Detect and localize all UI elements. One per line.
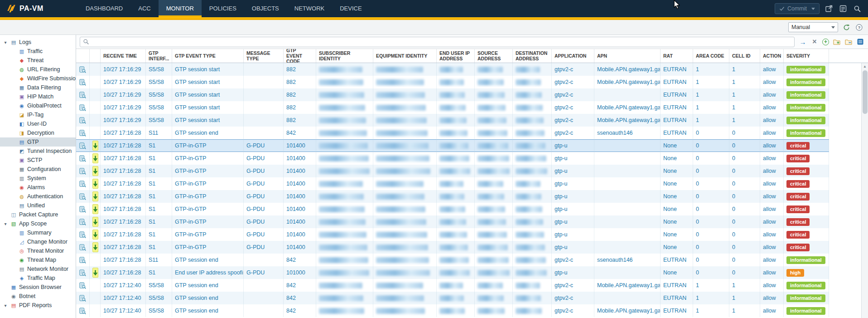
message_type-cell[interactable]: G-PDU [244,266,284,279]
nav-item-dashboard[interactable]: DASHBOARD [78,0,130,17]
sidebar-item-threat[interactable]: ◆Threat [0,56,76,65]
detail-cell[interactable] [76,76,90,88]
receive_time-cell[interactable]: 10/27 17:12:40 [101,304,146,317]
filter-input[interactable] [92,39,791,45]
pcap-cell[interactable] [90,139,101,152]
cell_id-cell[interactable]: 0 [729,190,760,203]
event_type-cell[interactable]: GTP-in-GTP [172,215,244,228]
log-detail-button[interactable] [79,139,87,152]
severity-cell[interactable]: informational [784,63,829,76]
area_code-cell[interactable]: 0 [693,152,729,165]
receive_time-cell[interactable]: 10/27 17:16:29 [101,101,146,114]
pcap-cell[interactable] [90,165,101,177]
column-header-end-user-ip-address[interactable]: END USER IP ADDRESS [437,49,475,63]
equipment_identity-cell[interactable] [373,228,437,241]
sidebar-item-globalprotect[interactable]: ◉GlobalProtect [0,101,76,110]
packet-capture-download-button[interactable] [92,230,98,240]
table-row[interactable]: 10/27 17:16:28S1GTP-in-GTPG-PDU101400gtp… [76,215,829,228]
table-row[interactable]: 10/27 17:16:28S1GTP-in-GTPG-PDU101400gtp… [76,165,829,177]
destination_address-cell[interactable] [513,203,552,215]
rat-cell[interactable]: None [661,177,693,190]
packet-capture-download-button[interactable] [92,141,98,151]
application-cell[interactable]: gtp-u [552,215,594,228]
detail-cell[interactable] [76,190,90,203]
source_address-cell[interactable] [475,152,513,165]
event_type-cell[interactable]: GTP session end [172,279,244,292]
application-cell[interactable]: gtpv2-c [552,304,594,317]
area_code-cell[interactable]: 0 [693,203,729,215]
application-cell[interactable]: gtp-u [552,165,594,177]
application-cell[interactable]: gtpv2-c [552,76,594,88]
table-row[interactable]: 10/27 17:16:28S1GTP-in-GTPG-PDU101400gtp… [76,241,829,254]
event_code-cell[interactable]: 842 [284,279,316,292]
severity-cell[interactable]: critical [784,215,829,228]
receive_time-cell[interactable]: 10/27 17:16:28 [101,266,146,279]
application-cell[interactable]: gtp-u [552,139,594,152]
equipment_identity-cell[interactable] [373,241,437,254]
source_address-cell[interactable] [475,190,513,203]
detail-cell[interactable] [76,88,90,101]
destination_address-cell[interactable] [513,139,552,152]
expand-arrow-icon[interactable]: ▾ [3,221,8,226]
cell_id-cell[interactable]: 1 [729,101,760,114]
equipment_identity-cell[interactable] [373,76,437,88]
message_type-cell[interactable] [244,88,284,101]
apn-cell[interactable]: ssenoauth146 [594,254,661,266]
search-icon[interactable] [853,4,862,13]
rat-cell[interactable]: None [661,190,693,203]
cell_id-cell[interactable]: 1 [729,88,760,101]
area_code-cell[interactable]: 1 [693,304,729,317]
sidebar-item-threat-map[interactable]: ◉Threat Map [0,255,76,264]
interface-cell[interactable]: S11 [146,127,172,139]
area_code-cell[interactable]: 1 [693,101,729,114]
load-filter-icon[interactable] [844,38,853,46]
detail-cell[interactable] [76,101,90,114]
event_type-cell[interactable]: GTP-in-GTP [172,139,244,152]
packet-capture-download-button[interactable] [92,166,98,176]
event_code-cell[interactable]: 882 [284,88,316,101]
pcap-cell[interactable] [90,292,101,304]
clear-filter-x-icon[interactable]: × [810,38,819,46]
packet-capture-download-button[interactable] [92,268,98,278]
add-filter-plus-icon[interactable]: + [822,39,829,45]
column-header-source-address[interactable]: SOURCE ADDRESS [475,49,513,63]
event_type-cell[interactable]: GTP-in-GTP [172,241,244,254]
sidebar-item-wildfire-submissions[interactable]: ◆WildFire Submissions [0,74,76,83]
pcap-cell[interactable] [90,254,101,266]
area_code-cell[interactable]: 0 [693,241,729,254]
end_user_ip_address-cell[interactable] [437,114,475,127]
message_type-cell[interactable]: G-PDU [244,241,284,254]
severity-cell[interactable]: critical [784,190,829,203]
event_code-cell[interactable]: 842 [284,127,316,139]
application-cell[interactable]: gtpv2-c [552,292,594,304]
table-row[interactable]: 10/27 17:16:28S1GTP-in-GTPG-PDU101400gtp… [76,139,829,152]
message_type-cell[interactable]: G-PDU [244,203,284,215]
application-cell[interactable]: gtp-u [552,241,594,254]
sidebar-item-tunnel-inspection[interactable]: ◩Tunnel Inspection [0,147,76,156]
apn-cell[interactable]: Mobile.APN.gateway1.gate... [594,63,661,76]
event_code-cell[interactable]: 101400 [284,228,316,241]
subscriber_identity-cell[interactable] [316,177,373,190]
expand-arrow-icon[interactable]: ▾ [3,40,8,45]
packet-capture-download-button[interactable] [92,191,98,201]
save-filter-icon[interactable] [833,38,841,46]
severity-cell[interactable]: informational [784,279,829,292]
sidebar-item-traffic-map[interactable]: ◈Traffic Map [0,274,76,283]
event_type-cell[interactable]: GTP-in-GTP [172,228,244,241]
source_address-cell[interactable] [475,215,513,228]
action-cell[interactable]: allow [760,241,784,254]
application-cell[interactable]: gtpv2-c [552,101,594,114]
event_type-cell[interactable]: GTP-in-GTP [172,190,244,203]
column-header-destination-address[interactable]: DESTINATION ADDRESS [513,49,552,63]
destination_address-cell[interactable] [513,152,552,165]
source_address-cell[interactable] [475,254,513,266]
subscriber_identity-cell[interactable] [316,127,373,139]
cell_id-cell[interactable]: 1 [729,279,760,292]
destination_address-cell[interactable] [513,215,552,228]
log-detail-button[interactable] [79,76,87,88]
subscriber_identity-cell[interactable] [316,152,373,165]
sidebar-item-gtp[interactable]: ▤GTP [0,137,76,147]
equipment_identity-cell[interactable] [373,152,437,165]
message_type-cell[interactable] [244,127,284,139]
receive_time-cell[interactable]: 10/27 17:16:28 [101,177,146,190]
